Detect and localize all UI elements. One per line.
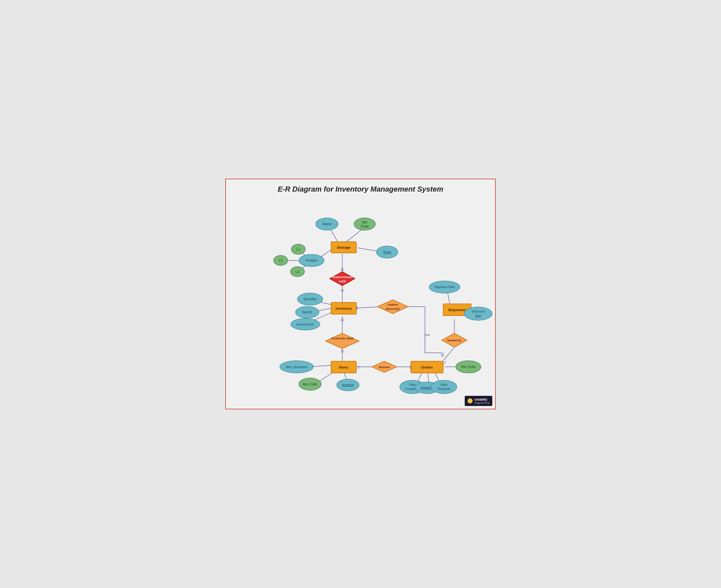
date-required-attr-label2: Required bbox=[438, 387, 450, 391]
shipment-no-attr-label2: No# bbox=[475, 314, 481, 317]
barcode-orders-attr-label: Bar Code bbox=[461, 365, 476, 369]
barcode-storage-attr-label: Bar bbox=[362, 220, 367, 224]
items-label: Items bbox=[339, 365, 348, 370]
barcode-storage-attr-label2: Code bbox=[361, 225, 369, 228]
creately-sub: Diagramming bbox=[474, 401, 489, 404]
sno-attr-label: Sno# bbox=[383, 250, 391, 254]
svg-marker-54 bbox=[325, 333, 359, 349]
replenishment-add-label: (add) bbox=[339, 280, 345, 283]
position-attr-label: Position bbox=[305, 258, 317, 262]
svg-marker-53 bbox=[377, 300, 408, 314]
to-provide-label: To provide detail bbox=[331, 337, 354, 340]
svg-line-29 bbox=[447, 291, 450, 305]
creately-brand: creately bbox=[474, 398, 489, 401]
svg-line-1 bbox=[346, 228, 363, 242]
item-desc-attr-label: Item_discription bbox=[286, 365, 307, 369]
barcode-items-attr-label: Bar Code bbox=[303, 382, 317, 386]
diagram-title: E-R Diagram for Inventory Management Sys… bbox=[232, 185, 489, 193]
text-label: text bbox=[425, 333, 430, 336]
inventoryid-attr-label: InventoryID# bbox=[297, 323, 314, 326]
replenishment-label: Replenishment bbox=[332, 275, 353, 278]
l3-attr-label: L3 bbox=[296, 270, 300, 274]
supplied-label: Suplied bbox=[387, 303, 398, 306]
date-completed-attr-label: Date bbox=[409, 383, 416, 386]
request-label: Request bbox=[379, 365, 390, 369]
shipments-label: Shipments bbox=[448, 308, 466, 312]
svg-line-43 bbox=[444, 361, 446, 364]
orders-label: Orders bbox=[421, 365, 433, 370]
l1-attr-label: L1 bbox=[297, 247, 301, 251]
itemno-attr-label: ItemNo# bbox=[342, 383, 354, 386]
quantity-attr-label: Quantity bbox=[304, 297, 316, 301]
needed-by-label: Needed by bbox=[447, 339, 462, 342]
name-attr-label: Name bbox=[322, 222, 332, 226]
l2-attr-label: L2 bbox=[279, 258, 283, 262]
itemid-attr-label: ItemID bbox=[302, 310, 312, 314]
inventory-label: Inventory bbox=[336, 307, 352, 311]
svg-line-27 bbox=[442, 347, 454, 363]
diagram-container: E-R Diagram for Inventory Management Sys… bbox=[225, 178, 496, 410]
supplied-discount-label: (discount) bbox=[386, 307, 399, 310]
svg-line-0 bbox=[330, 228, 338, 242]
storage-label: Storage bbox=[337, 245, 351, 250]
shipment-no-attr-label: Shipment bbox=[472, 310, 485, 313]
bulb-icon bbox=[467, 398, 473, 403]
date-required-attr-label: Date bbox=[441, 383, 447, 386]
creately-badge: creately Diagramming bbox=[465, 396, 492, 406]
shipment-date-attr-label: Shipment Date bbox=[434, 285, 455, 289]
